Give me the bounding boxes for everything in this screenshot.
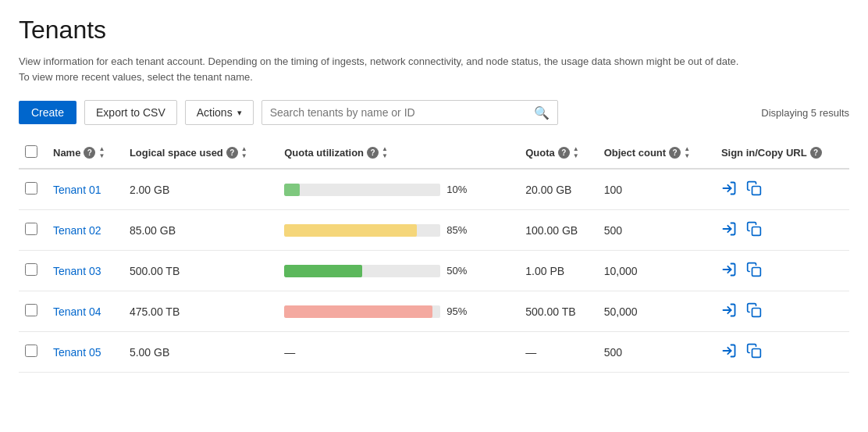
svg-rect-1 bbox=[752, 187, 760, 195]
name-header: Name ? bbox=[47, 137, 123, 169]
logical-space-cell: 2.00 GB bbox=[123, 169, 278, 210]
copy-url-icon[interactable] bbox=[746, 343, 762, 361]
object-count-sort-icon[interactable] bbox=[684, 146, 690, 159]
actions-button[interactable]: Actions ▾ bbox=[185, 100, 254, 125]
quota-util-cell: — bbox=[278, 332, 519, 373]
table-row: Tenant 03500.00 TB50%1.00 PB10,000 bbox=[19, 251, 849, 291]
quota-cell: 20.00 GB bbox=[519, 169, 597, 210]
tenant-name-cell: Tenant 04 bbox=[47, 291, 123, 332]
quota-pct-label: 95% bbox=[446, 305, 475, 317]
tenant-name-link[interactable]: Tenant 03 bbox=[53, 265, 101, 277]
progress-bar-fill bbox=[284, 184, 300, 196]
copy-url-icon[interactable] bbox=[746, 302, 762, 320]
object-count-cell: 500 bbox=[598, 210, 715, 251]
search-icon: 🔍 bbox=[534, 105, 550, 120]
logical-space-cell: 475.00 TB bbox=[123, 291, 278, 332]
logical-space-cell: 5.00 GB bbox=[123, 332, 278, 373]
page-title: Tenants bbox=[19, 16, 849, 45]
progress-bar-fill bbox=[284, 305, 432, 318]
quota-pct-label: 85% bbox=[446, 224, 475, 236]
tenant-name-cell: Tenant 02 bbox=[47, 210, 123, 251]
quota-cell: 100.00 GB bbox=[519, 210, 597, 251]
action-icons-cell bbox=[715, 210, 849, 251]
quota-util-dash: — bbox=[284, 346, 295, 359]
tenant-name-link[interactable]: Tenant 02 bbox=[53, 224, 101, 237]
quota-util-cell: 50% bbox=[278, 251, 519, 291]
logical-space-sort-icon[interactable] bbox=[241, 146, 247, 159]
action-icons-cell bbox=[715, 291, 849, 332]
quota-pct-label: 50% bbox=[446, 265, 475, 277]
tenants-page: Tenants View information for each tenant… bbox=[0, 0, 868, 432]
sign-in-icon[interactable] bbox=[721, 221, 737, 239]
create-button[interactable]: Create bbox=[19, 101, 76, 124]
name-help-icon[interactable]: ? bbox=[84, 147, 95, 159]
row-checkbox-cell bbox=[19, 210, 47, 251]
copy-url-icon[interactable] bbox=[746, 221, 762, 239]
tenant-name-link[interactable]: Tenant 04 bbox=[53, 305, 101, 318]
sign-in-icon[interactable] bbox=[721, 302, 737, 320]
object-count-header: Object count ? bbox=[598, 137, 715, 169]
svg-rect-7 bbox=[752, 309, 760, 317]
sign-in-icon[interactable] bbox=[721, 262, 737, 280]
quota-cell: — bbox=[519, 332, 597, 373]
row-checkbox-cell bbox=[19, 291, 47, 332]
select-all-checkbox[interactable] bbox=[25, 145, 37, 158]
tenants-table: Name ? Logical space used ? Quota utiliz… bbox=[19, 137, 849, 373]
object-count-cell: 10,000 bbox=[598, 251, 715, 291]
copy-url-icon[interactable] bbox=[746, 180, 762, 198]
tenant-name-cell: Tenant 03 bbox=[47, 251, 123, 291]
svg-rect-5 bbox=[752, 268, 760, 277]
row-checkbox-cell bbox=[19, 169, 47, 210]
table-row: Tenant 055.00 GB——500 bbox=[19, 332, 849, 373]
row-checkbox[interactable] bbox=[25, 223, 37, 235]
logical-space-cell: 85.00 GB bbox=[123, 210, 278, 251]
action-icons-cell bbox=[715, 169, 849, 210]
logical-space-cell: 500.00 TB bbox=[123, 251, 278, 291]
object-count-help-icon[interactable]: ? bbox=[669, 147, 681, 159]
page-description: View information for each tenant account… bbox=[19, 54, 846, 84]
quota-util-cell: 95% bbox=[278, 291, 519, 332]
row-checkbox-cell bbox=[19, 332, 47, 373]
logical-space-help-icon[interactable]: ? bbox=[226, 147, 238, 159]
quota-util-header: Quota utilization ? bbox=[278, 137, 519, 169]
quota-util-sort-icon[interactable] bbox=[382, 146, 388, 159]
tenant-name-link[interactable]: Tenant 05 bbox=[53, 346, 101, 359]
row-checkbox[interactable] bbox=[25, 304, 37, 316]
sign-in-header: Sign in/Copy URL ? bbox=[715, 137, 849, 169]
object-count-cell: 50,000 bbox=[598, 291, 715, 332]
toolbar: Create Export to CSV Actions ▾ 🔍 Display… bbox=[19, 100, 849, 125]
search-container: 🔍 bbox=[261, 100, 558, 125]
row-checkbox[interactable] bbox=[25, 263, 37, 276]
tenant-name-cell: Tenant 01 bbox=[47, 169, 123, 210]
svg-rect-3 bbox=[752, 227, 760, 236]
quota-help-icon[interactable]: ? bbox=[558, 147, 570, 159]
object-count-cell: 100 bbox=[598, 169, 715, 210]
quota-cell: 500.00 TB bbox=[519, 291, 597, 332]
chevron-down-icon: ▾ bbox=[237, 108, 242, 118]
table-row: Tenant 04475.00 TB95%500.00 TB50,000 bbox=[19, 291, 849, 332]
display-count: Displaying 5 results bbox=[761, 107, 849, 119]
quota-sort-icon[interactable] bbox=[573, 146, 579, 159]
sign-in-icon[interactable] bbox=[721, 343, 737, 361]
export-csv-button[interactable]: Export to CSV bbox=[84, 100, 177, 125]
copy-url-icon[interactable] bbox=[746, 262, 762, 280]
progress-bar-fill bbox=[284, 265, 362, 277]
table-row: Tenant 0285.00 GB85%100.00 GB500 bbox=[19, 210, 849, 251]
sign-in-icon[interactable] bbox=[721, 180, 737, 198]
logical-space-header: Logical space used ? bbox=[123, 137, 278, 169]
quota-header: Quota ? bbox=[519, 137, 597, 169]
quota-cell: 1.00 PB bbox=[519, 251, 597, 291]
action-icons-cell bbox=[715, 251, 849, 291]
svg-rect-9 bbox=[752, 349, 760, 358]
quota-util-help-icon[interactable]: ? bbox=[367, 147, 379, 159]
quota-pct-label: 10% bbox=[446, 184, 475, 195]
search-input[interactable] bbox=[270, 101, 534, 124]
name-sort-icon[interactable] bbox=[98, 146, 105, 159]
quota-util-cell: 85% bbox=[278, 210, 519, 251]
row-checkbox[interactable] bbox=[25, 182, 37, 195]
progress-bar-fill bbox=[284, 224, 417, 237]
tenant-name-link[interactable]: Tenant 01 bbox=[53, 184, 101, 196]
object-count-cell: 500 bbox=[598, 332, 715, 373]
row-checkbox[interactable] bbox=[25, 345, 37, 357]
sign-in-help-icon[interactable]: ? bbox=[810, 147, 822, 159]
